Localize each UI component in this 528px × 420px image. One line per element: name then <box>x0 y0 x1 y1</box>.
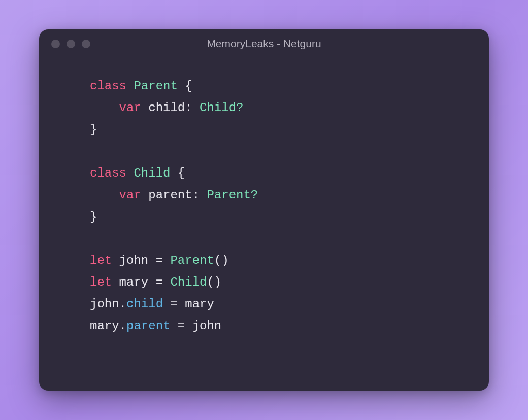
code-text: () <box>214 254 229 267</box>
code-text: { <box>170 166 185 180</box>
code-content: class Parent { var child: Child? } class… <box>39 58 489 391</box>
code-text: john. <box>90 297 126 311</box>
code-text: john = <box>112 254 170 267</box>
traffic-lights <box>51 40 90 48</box>
keyword: let <box>90 275 112 289</box>
keyword: class <box>90 166 126 180</box>
code-line: var parent: Parent? <box>90 188 258 202</box>
property: child <box>126 297 163 311</box>
keyword: let <box>90 254 112 267</box>
maximize-icon[interactable] <box>82 40 90 48</box>
code-line: let john = Parent() <box>90 254 229 267</box>
code-line: var child: Child? <box>90 101 243 115</box>
code-text: mary = <box>112 275 170 289</box>
indent <box>90 188 119 202</box>
code-text: child: <box>141 101 200 115</box>
minimize-icon[interactable] <box>67 40 75 48</box>
code-window: MemoryLeaks - Netguru class Parent { var… <box>39 29 489 391</box>
code-text: mary. <box>90 319 126 333</box>
type-name: Child? <box>200 101 243 115</box>
keyword: class <box>90 79 126 93</box>
code-line: } <box>90 210 97 224</box>
window-title: MemoryLeaks - Netguru <box>39 38 489 50</box>
code-text: } <box>90 210 97 224</box>
keyword: var <box>119 101 141 115</box>
code-line: class Parent { <box>90 79 192 93</box>
indent <box>90 101 119 115</box>
code-line: } <box>90 123 97 136</box>
code-text: () <box>207 275 221 289</box>
close-icon[interactable] <box>51 40 60 48</box>
code-line: class Child { <box>90 166 185 180</box>
code-text: = mary <box>163 297 214 311</box>
code-text: = john <box>170 319 221 333</box>
keyword: var <box>119 188 141 202</box>
code-line: let mary = Child() <box>90 275 221 289</box>
type-name: Child <box>170 275 207 289</box>
code-line: john.child = mary <box>90 297 214 311</box>
type-name: Parent <box>170 254 214 267</box>
titlebar: MemoryLeaks - Netguru <box>39 29 489 58</box>
property: parent <box>126 319 170 333</box>
code-text: } <box>90 123 97 136</box>
code-text: { <box>178 79 192 93</box>
type-name: Child <box>126 166 170 180</box>
code-text: parent: <box>141 188 207 202</box>
code-line: mary.parent = john <box>90 319 221 333</box>
type-name: Parent <box>126 79 178 93</box>
type-name: Parent? <box>207 188 258 202</box>
